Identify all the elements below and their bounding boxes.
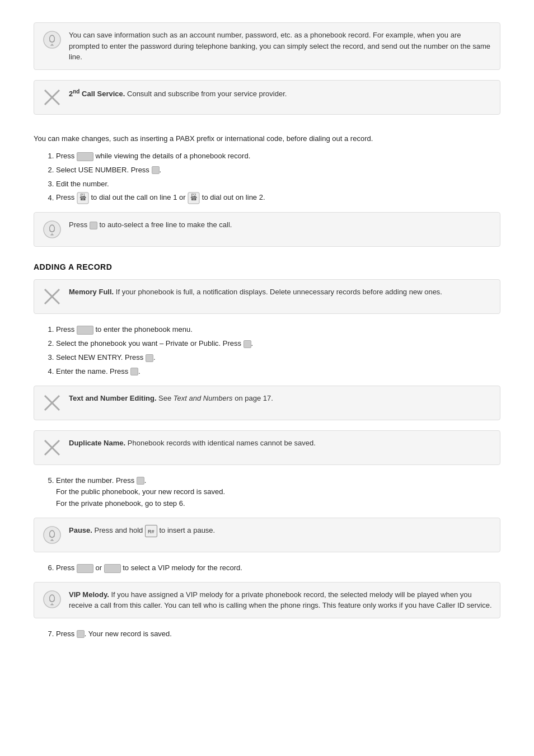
edit-step-1: Press while viewing the details of a pho… [56, 151, 500, 162]
edit-step-3: Edit the number. [56, 179, 500, 190]
add-step-2: Select the phonebook you want – Private … [56, 338, 500, 350]
arrow-icon-memory [42, 287, 62, 307]
info-icon-vip [42, 589, 62, 609]
note-box-2nd-call: 2nd Call Service. Consult and subscribe … [34, 80, 500, 115]
add-step-1: Press to enter the phonebook menu. [56, 324, 500, 336]
pause-key-icon: R# [145, 525, 157, 537]
svg-text:P1: P1 [81, 193, 86, 197]
add-step-4: Enter the name. Press . [56, 366, 500, 378]
add-step-3: Select NEW ENTRY. Press . [56, 352, 500, 364]
add-steps-5-7: Enter the number. Press . For the public… [56, 475, 500, 510]
note-text-2nd-call: 2nd Call Service. Consult and subscribe … [69, 87, 287, 100]
btn-add-step3 [146, 354, 153, 362]
add-step-7: Press . Your new record is saved. [56, 628, 500, 640]
step5-line2: For the public phonebook, your new recor… [56, 487, 225, 496]
2nd-call-desc: Consult and subscribe from your service … [125, 90, 287, 98]
text-editing-title: Text and Number Editing. [69, 394, 157, 402]
btn-step2 [152, 166, 160, 174]
vip-title: VIP Melody. [69, 590, 109, 599]
note-content: You can save information such as an acco… [69, 31, 490, 61]
note-box-duplicate: Duplicate Name. Phonebook records with i… [34, 430, 500, 465]
memory-full-title: Memory Full. [69, 288, 114, 296]
text-editing-italic: Text and Numbers [174, 394, 233, 402]
svg-text:P2: P2 [191, 193, 196, 197]
note-box-pause: Pause. Press and hold R# to insert a pau… [34, 518, 500, 552]
btn-add-step2 [243, 340, 251, 348]
btn-add-step1 [77, 326, 93, 335]
memory-full-text: Memory Full. If your phonebook is full, … [69, 287, 442, 298]
btn-step6b [104, 564, 121, 573]
arrow-icon-duplicate [42, 438, 62, 458]
arrow-icon-2nd-call [42, 87, 62, 107]
step5-line3: For the private phonebook, go to step 6. [56, 499, 185, 508]
note-box-text-editing: Text and Number Editing. See Text and Nu… [34, 386, 500, 420]
btn-add-step4 [130, 368, 138, 375]
edit-step-4: Press ☎ P1 to dial out the call on line … [56, 192, 500, 204]
2nd-call-title: 2nd Call Service. [69, 90, 125, 98]
svg-point-22 [44, 527, 60, 543]
info-icon-auto [42, 219, 62, 240]
note-box-auto-select: Press to auto-select a free line to make… [34, 212, 500, 247]
phone1-icon: ☎ P1 [77, 192, 89, 204]
btn-step6a [77, 564, 93, 573]
note-box-vip: VIP Melody. If you have assigned a VIP m… [34, 582, 500, 618]
btn-step5 [137, 477, 144, 485]
section-intro: You can make changes, such as inserting … [34, 133, 500, 144]
arrow-icon-text-edit [42, 393, 62, 413]
note-box-memory-full: Memory Full. If your phonebook is full, … [34, 279, 500, 314]
svg-point-0 [44, 31, 60, 48]
pause-title: Pause. [69, 526, 92, 534]
add-step-5: Enter the number. Press . For the public… [56, 475, 500, 510]
add-step-6-list: Press or to select a VIP melody for the … [56, 562, 500, 574]
info-icon-pause [42, 525, 62, 545]
duplicate-text: Duplicate Name. Phonebook records with i… [69, 438, 316, 449]
svg-point-12 [44, 221, 60, 238]
section-title-adding: ADDING A RECORD [34, 262, 500, 271]
vip-text: VIP Melody. If you have assigned a VIP m… [69, 589, 492, 611]
text-editing-text: Text and Number Editing. See Text and Nu… [69, 393, 273, 404]
note-box-phonebook: You can save information such as an acco… [34, 22, 500, 70]
btn-step1 [77, 152, 93, 161]
note-text-phonebook: You can save information such as an acco… [69, 30, 492, 63]
pause-text: Pause. Press and hold R# to insert a pau… [69, 525, 215, 537]
phone2-icon: ☎ P2 [188, 192, 200, 204]
edit-steps-list: Press while viewing the details of a pho… [56, 151, 500, 204]
btn-auto-select [90, 222, 97, 229]
btn-step7 [77, 630, 85, 638]
add-step-6: Press or to select a VIP melody for the … [56, 562, 500, 574]
add-step-7-list: Press . Your new record is saved. [56, 628, 500, 640]
edit-step-2: Select USE NUMBER. Press . [56, 165, 500, 176]
auto-select-text: Press to auto-select a free line to make… [69, 219, 232, 231]
svg-point-26 [44, 591, 60, 608]
add-steps-list: Press to enter the phonebook menu. Selec… [56, 324, 500, 377]
duplicate-title: Duplicate Name. [69, 439, 125, 447]
info-icon [42, 30, 62, 50]
